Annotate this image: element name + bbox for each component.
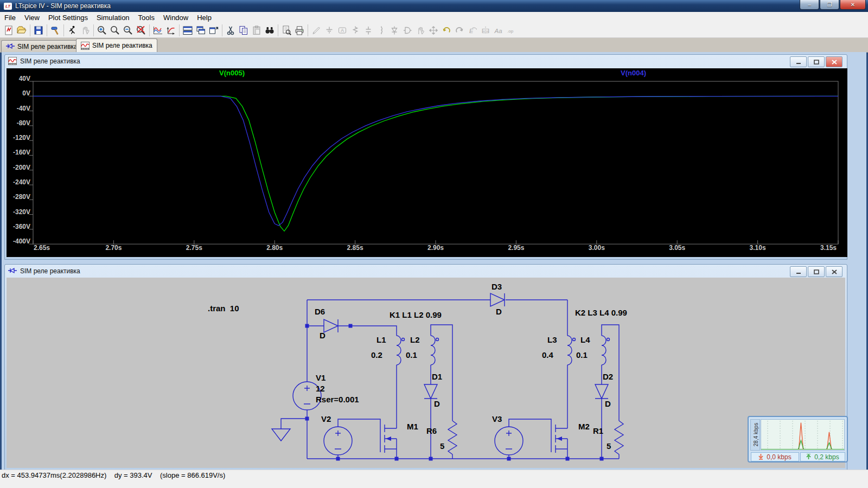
plot-traces	[7, 68, 847, 257]
y-tick-label: -40V	[7, 105, 30, 112]
tab-schematic[interactable]: SIM реле реактивка	[1, 40, 82, 52]
source-V1-polarity	[304, 386, 310, 404]
tab-bar: SIM реле реактивкаSIM реле реактивка	[0, 38, 868, 53]
run-icon[interactable]	[66, 24, 79, 37]
x-tick-label: 2.95s	[500, 244, 532, 252]
waveform-window-titlebar[interactable]: SIM реле реактивка	[5, 55, 847, 67]
close-button[interactable]: ✕	[840, 0, 866, 10]
tab-waveform[interactable]: SIM реле реактивка	[76, 38, 157, 52]
inductor-L4[interactable]	[602, 336, 606, 365]
tile-horizontal-icon[interactable]	[181, 24, 194, 37]
new-schematic-icon[interactable]	[2, 24, 15, 37]
plot-close-button[interactable]	[826, 56, 843, 67]
upload-speed: 0,2 kbps	[800, 452, 845, 461]
wire-V3-gate	[509, 419, 551, 427]
component-icon	[401, 24, 414, 37]
inductor-icon	[375, 24, 388, 37]
control-panel-icon[interactable]	[49, 24, 62, 37]
y-tick-label: 40V	[7, 75, 30, 82]
diode-D2[interactable]	[595, 384, 608, 459]
schematic-close-button[interactable]	[826, 266, 843, 277]
waveform-icon	[8, 57, 17, 65]
menu-help[interactable]: Help	[193, 12, 216, 23]
mosfet-M2-arrow	[557, 436, 562, 441]
restore-button[interactable]: ❐	[820, 0, 839, 10]
y-tick-label: -360V	[7, 223, 30, 230]
x-tick-label: 2.75s	[178, 244, 210, 252]
wire-V2-gate	[338, 419, 380, 427]
y-tick-label: 0V	[7, 89, 30, 97]
inductor-L3[interactable]	[567, 336, 572, 365]
ground-symbol[interactable]	[272, 419, 307, 441]
zoom-back-icon[interactable]	[108, 24, 122, 37]
download-speed: 0,0 kbps	[751, 452, 799, 461]
menu-view[interactable]: View	[20, 12, 44, 23]
diode-icon	[388, 24, 401, 37]
resistor-icon	[349, 24, 362, 37]
wire-L3-to-M2	[556, 365, 567, 428]
y-tick-label: -160V	[7, 149, 30, 156]
net-label-icon: A	[336, 24, 349, 37]
x-tick-label: 2.80s	[258, 244, 291, 252]
schematic-window-title: SIM реле реактивка	[20, 267, 80, 275]
toolbar: AEEEAa.op	[0, 23, 868, 38]
y-tick-label: -200V	[7, 164, 30, 171]
zoom-out-icon[interactable]	[122, 24, 135, 37]
menu-plot-settings[interactable]: Plot Settings	[44, 12, 92, 23]
plot-settings-icon[interactable]	[164, 24, 177, 37]
print-preview-icon[interactable]	[280, 24, 293, 37]
inductor-L2[interactable]	[431, 336, 435, 365]
mosfet-M1[interactable]	[380, 425, 397, 459]
minimize-button[interactable]: –	[800, 0, 819, 10]
move-icon	[427, 24, 440, 37]
ground-icon	[323, 24, 336, 37]
schematic-canvas[interactable]	[7, 278, 845, 468]
copy-icon[interactable]	[237, 24, 250, 37]
schematic-maximize-button[interactable]	[808, 266, 825, 277]
y-tick-label: -80V	[7, 119, 30, 127]
mosfet-M2[interactable]	[551, 425, 567, 459]
x-tick-label: 3.05s	[661, 244, 693, 252]
resistor-R1[interactable]	[615, 421, 623, 459]
inductor-L1[interactable]	[397, 336, 401, 365]
open-file-icon[interactable]	[15, 24, 28, 37]
find-icon[interactable]	[263, 24, 276, 37]
phase-dot-L3	[573, 338, 576, 341]
phase-dot-L4	[607, 338, 610, 341]
plot-minimize-button[interactable]	[790, 56, 807, 67]
mirror-icon: EE	[479, 24, 492, 37]
print-icon[interactable]	[293, 24, 306, 37]
plot-maximize-button[interactable]	[808, 56, 825, 67]
trace-label-Vn004[interactable]: V(n004)	[621, 69, 646, 77]
network-monitor-widget[interactable]: 28,4 kbps 0,0 kbps 0,2 kbps	[748, 416, 848, 463]
junction-dots	[305, 324, 604, 461]
undo-icon[interactable]	[440, 24, 453, 37]
diode-D1[interactable]	[424, 384, 437, 459]
tile-vertical-icon[interactable]	[207, 24, 220, 37]
plot-canvas[interactable]: V(n005)V(n004) 40V0V-40V-80V-120V-160V-2…	[7, 68, 847, 257]
y-tick-label: -320V	[7, 208, 30, 216]
menu-simulation[interactable]: Simulation	[92, 12, 134, 23]
schematic-minimize-button[interactable]	[790, 266, 807, 277]
menu-window[interactable]: Window	[159, 12, 193, 23]
x-tick-label: 2.90s	[419, 244, 452, 252]
diode-D3[interactable]	[490, 293, 505, 306]
autorange-icon[interactable]	[151, 24, 164, 37]
save-icon[interactable]	[32, 24, 45, 37]
cut-icon[interactable]	[224, 24, 237, 37]
paste-icon	[250, 24, 263, 37]
zoom-in-icon[interactable]	[95, 24, 108, 37]
menu-tools[interactable]: Tools	[134, 12, 159, 23]
drag-icon	[414, 24, 427, 37]
resistor-R6[interactable]	[448, 421, 457, 459]
zoom-extents-icon[interactable]	[135, 24, 148, 37]
trace-label-Vn005[interactable]: V(n005)	[219, 69, 245, 77]
y-tick-label: -120V	[7, 134, 30, 142]
schematic-window-titlebar[interactable]: SIM реле реактивка	[5, 265, 847, 277]
title-bar[interactable]: LT LTspice IV - SIM реле реактивка – ❐ ✕	[0, 0, 868, 12]
wire-L2-to-R6	[431, 325, 452, 421]
menu-file[interactable]: File	[0, 12, 20, 23]
cascade-windows-icon[interactable]	[194, 24, 207, 37]
waveform-window: SIM реле реактивка V(n005)V(n004) 40V0V-…	[4, 54, 847, 260]
schematic-window: SIM реле реактивка	[4, 264, 847, 471]
